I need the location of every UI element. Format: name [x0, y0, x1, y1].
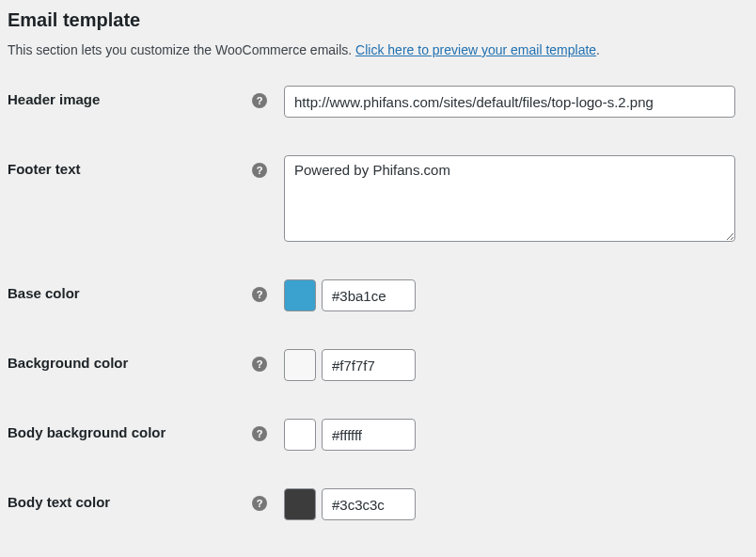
base-color-input[interactable] [322, 279, 416, 311]
label-footer-text: Footer text [8, 155, 252, 177]
section-title: Email template [8, 9, 748, 31]
help-icon[interactable]: ? [252, 93, 267, 108]
help-icon[interactable]: ? [252, 357, 267, 372]
body-text-color-input[interactable] [322, 488, 416, 520]
row-footer-text: Footer text ? [8, 155, 748, 242]
label-base-color: Base color [8, 279, 252, 301]
label-background-color: Background color [8, 349, 252, 371]
intro-suffix: . [596, 42, 600, 57]
label-body-text-color: Body text color [8, 488, 252, 510]
row-header-image: Header image ? [8, 86, 748, 118]
section-intro: This section lets you customize the WooC… [8, 42, 748, 57]
body-text-color-swatch[interactable] [284, 488, 316, 520]
base-color-swatch[interactable] [284, 279, 316, 311]
preview-link[interactable]: Click here to preview your email templat… [355, 42, 596, 57]
header-image-input[interactable] [284, 86, 735, 118]
help-icon[interactable]: ? [252, 287, 267, 302]
help-icon[interactable]: ? [252, 426, 267, 441]
row-base-color: Base color ? [8, 279, 748, 311]
background-color-input[interactable] [322, 349, 416, 381]
label-body-background-color: Body background color [8, 419, 252, 440]
body-background-color-swatch[interactable] [284, 419, 316, 451]
help-icon[interactable]: ? [252, 163, 267, 178]
row-background-color: Background color ? [8, 349, 748, 381]
body-background-color-input[interactable] [322, 419, 416, 451]
intro-text: This section lets you customize the WooC… [8, 42, 355, 57]
footer-text-input[interactable] [284, 155, 735, 242]
row-body-text-color: Body text color ? [8, 488, 748, 520]
row-body-background-color: Body background color ? [8, 419, 748, 451]
help-icon[interactable]: ? [252, 496, 267, 511]
label-header-image: Header image [8, 86, 252, 107]
background-color-swatch[interactable] [284, 349, 316, 381]
